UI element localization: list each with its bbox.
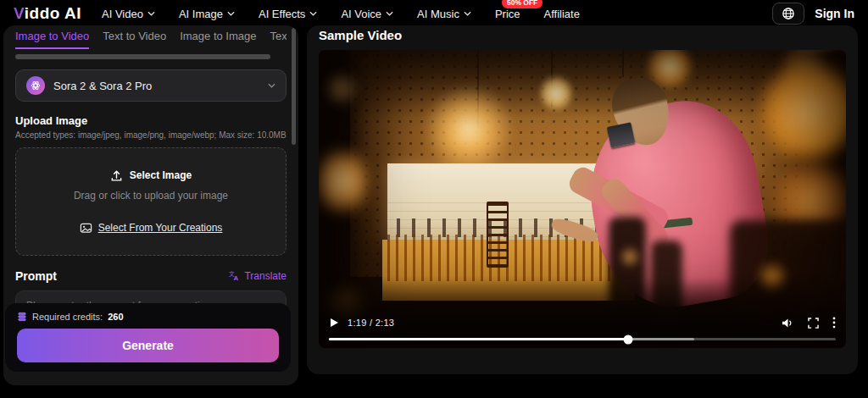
video-controls: 1:19 / 2:13 [319,311,846,348]
select-from-creations-link[interactable]: Select From Your Creations [80,222,223,235]
play-icon [329,318,339,328]
logo[interactable]: Viddo AI [14,4,81,23]
sign-in-button[interactable]: Sign In [815,7,854,20]
chevron-down-icon [464,11,471,16]
panel-vertical-scrollbar[interactable] [292,28,296,145]
chevron-down-icon [386,11,393,16]
generate-button[interactable]: Generate [17,329,279,362]
nav-item-ai-voice[interactable]: AI Voice [341,8,393,20]
tab-image-to-image[interactable]: Image to Image [180,25,256,49]
progress-filled [329,338,628,340]
nav-item-label: Price [495,8,520,20]
volume-icon [782,318,794,329]
logo-v: V [14,4,25,22]
upload-heading: Upload Image [15,114,287,127]
creations-image-icon [80,222,92,235]
credits-coins-icon [17,312,27,322]
nav-right: Sign In [772,3,854,25]
model-selector[interactable]: Sora 2 & Sora 2 Pro [15,69,287,102]
volume-button[interactable] [782,318,794,329]
creations-link-label: Select From Your Creations [98,222,223,234]
accepted-types-text: Accepted types: image/jpeg, image/png, i… [15,130,287,140]
top-nav: Viddo AI AI Video AI Image AI Effects AI… [0,0,868,27]
chevron-down-icon [147,11,155,16]
upload-icon [110,169,123,182]
chevron-down-icon [227,11,235,16]
select-image-label: Select Image [130,169,192,181]
globe-icon [782,7,795,20]
select-image-button[interactable]: Select Image [110,169,192,182]
nav-item-affiliate[interactable]: Affiliate [544,8,580,20]
generate-footer: Required credits: 260 Generate [5,303,291,372]
drag-hint: Drag or click to upload your image [74,190,228,202]
kebab-menu-icon [832,317,836,329]
nav-item-ai-video[interactable]: AI Video [102,8,155,20]
nav-item-label: AI Voice [341,8,381,20]
tab-text-to-image[interactable]: Text to Image [270,25,287,49]
discount-badge: 50% OFF [502,0,542,8]
model-selector-value: Sora 2 & Sora 2 Pro [53,80,259,92]
tab-text-to-video[interactable]: Text to Video [103,25,166,49]
nav-item-ai-image[interactable]: AI Image [179,8,235,20]
prompt-heading: Prompt [15,269,57,283]
nav-item-label: AI Video [102,8,143,20]
generator-panel: Image to Video Text to Video Image to Im… [3,25,298,385]
nav-item-label: AI Effects [259,8,305,20]
progress-bar[interactable] [329,338,836,340]
nav-item-label: Affiliate [544,8,580,20]
mode-tabs: Image to Video Text to Video Image to Im… [15,25,287,49]
translate-label: Translate [244,270,287,282]
more-options-button[interactable] [832,317,836,329]
chevron-down-icon [309,11,317,16]
nav-item-label: AI Music [417,8,459,20]
nav-item-label: AI Image [179,8,223,20]
sample-video-heading: Sample Video [319,28,846,42]
sample-video-scene [319,50,846,348]
nav-item-ai-music[interactable]: AI Music [417,8,471,20]
progress-thumb[interactable] [623,334,632,344]
model-logo-icon [26,76,45,95]
video-player[interactable]: 1:19 / 2:13 [319,50,846,348]
translate-button[interactable]: 文 A Translate [228,270,287,282]
tab-image-to-video[interactable]: Image to Video [15,25,89,49]
chevron-down-icon [268,83,275,88]
fullscreen-button[interactable] [808,318,819,329]
logo-rest: iddo AI [25,4,81,22]
tabs-horizontal-scrollbar[interactable] [15,54,270,59]
svg-text:A: A [234,274,239,282]
preview-panel: Sample Video [307,25,858,374]
translate-icon: 文 A [228,270,240,282]
upload-dropzone[interactable]: Select Image Drag or click to upload you… [15,147,287,256]
credits-value: 260 [108,312,123,322]
nav-item-ai-effects[interactable]: AI Effects [259,8,317,20]
time-display: 1:19 / 2:13 [348,318,394,328]
nav-item-price[interactable]: 50% OFF Price [495,8,520,20]
credits-label: Required credits: [32,312,103,322]
prompt-header-row: Prompt 文 A Translate [15,269,287,283]
fullscreen-icon [808,318,819,329]
play-button[interactable] [329,318,339,328]
nav-links: AI Video AI Image AI Effects AI Voice AI… [102,8,580,20]
credits-row: Required credits: 260 [17,312,279,322]
language-button[interactable] [772,3,804,25]
